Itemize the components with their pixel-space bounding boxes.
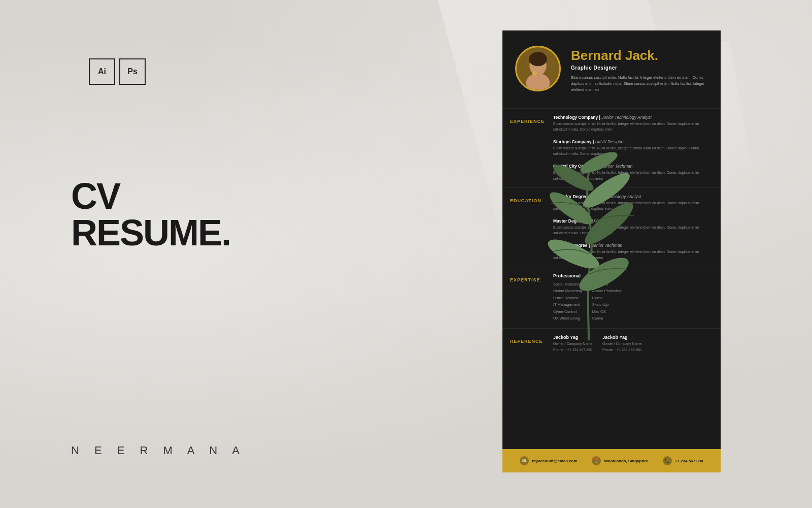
reference-label: REFERENCE (502, 335, 553, 353)
experience-content: Technology Company | Junior Technology A… (553, 115, 721, 181)
photoshop-icon: Ps (119, 58, 146, 85)
skill-it-management: IT Management (553, 301, 582, 308)
education-section: EDUCATION Bachelor Degree | Junior Techn… (502, 187, 721, 267)
ref-name-1: Jackob Yag (553, 335, 592, 340)
expertise-section: EXPERTISE Professional Social Marketing … (502, 267, 721, 328)
footer-phone: 📞 +1 234 567 890 (663, 456, 703, 465)
edu-desc-3: Etiam cursus suscipit enim. Nulla facili… (553, 249, 713, 260)
software-icons: Ai Ps (89, 58, 146, 85)
reference-section: REFERENCE Jackob Yag Owner / Company Nam… (502, 328, 721, 359)
avatar (515, 46, 561, 91)
skill-adobe-photoshop: Adobe Photoshop (592, 288, 623, 295)
resume-card: Bernard Jack. Graphic Designer Etiam cur… (502, 30, 721, 472)
edu-company-1: Bachelor Degree | Junior Technology Anal… (553, 194, 713, 199)
illustrator-icon: Ai (89, 58, 115, 85)
ref-phone-1: Phone :+1 234 567 890 (553, 347, 592, 353)
edu-item-2: Master Degree | Ui/UX Designer Etiam cur… (553, 218, 713, 236)
cv-line: CV (71, 178, 230, 214)
edu-company-3: Aditional Degree | Senior Techman (553, 243, 713, 248)
reference-grid: Jackob Yag Owner / Company Name Phone :+… (553, 335, 713, 353)
footer-phone-text: +1 234 567 890 (675, 459, 703, 463)
edu-company-2: Master Degree | Ui/UX Designer (553, 218, 713, 224)
education-label: EDUCATION (502, 194, 553, 261)
person-title: Graphic Designer (571, 65, 708, 71)
ref-name-2: Jackob Yag (602, 335, 641, 340)
person-name: Bernard Jack. (571, 48, 708, 63)
skill-public-relation: Public Relation (553, 295, 582, 302)
footer-email: ✉ myaccount@email.com (520, 456, 577, 465)
edu-item-1: Bachelor Degree | Junior Technology Anal… (553, 194, 713, 211)
resume-footer: ✉ myaccount@email.com 📍 Woodlands, Singa… (502, 449, 721, 472)
skill-figma: Figma (592, 295, 623, 302)
professional-skills: Social Marketing Online Marketing Public… (553, 281, 582, 322)
person-bio: Etiam cursus suscipit enim. Nulla facili… (571, 75, 708, 93)
email-icon: ✉ (520, 456, 529, 465)
edu-desc-1: Etiam cursus suscipit enim. Nulla facili… (553, 200, 713, 211)
education-content: Bachelor Degree | Junior Technology Anal… (553, 194, 721, 261)
ref-position-1: Owner / Company Name (553, 341, 592, 347)
skill-sketchup: SketchUp (592, 301, 623, 308)
edu-desc-2: Etiam cursus suscipit enim. Nulla facili… (553, 225, 713, 236)
skill-mac-os: Mac OS (592, 308, 623, 315)
footer-location: 📍 Woodlands, Singapore (592, 456, 648, 465)
cv-title: CV RESUME. (71, 178, 230, 251)
exp-desc-3: Etiam cursus suscipit enim. Nulla facili… (553, 170, 713, 181)
brand-name: N E E R M A N A (71, 444, 246, 457)
phone-icon: 📞 (663, 456, 672, 465)
exp-item-1: Technology Company | Junior Technology A… (553, 115, 713, 132)
expertise-content: Professional Social Marketing Online Mar… (553, 273, 721, 322)
edu-item-3: Aditional Degree | Senior Techman Etiam … (553, 243, 713, 260)
experience-label: EXPERIENCE (502, 115, 553, 181)
expertise-grid: Professional Social Marketing Online Mar… (553, 273, 713, 322)
ref-phone-2: Phone :+1 234 567 890 (602, 347, 641, 353)
footer-email-text: myaccount@email.com (532, 459, 577, 463)
resume-body: EXPERIENCE Technology Company | Junior T… (502, 103, 721, 449)
ref-item-1: Jackob Yag Owner / Company Name Phone :+… (553, 335, 592, 353)
ref-position-2: Owner / Company Name (602, 341, 641, 347)
exp-company-2: Startups Company | Ui/UX Designer (553, 139, 713, 144)
exp-company-3: Capital City Company | Senior Techman (553, 164, 713, 169)
exp-company-1: Technology Company | Junior Technology A… (553, 115, 713, 120)
ref-item-2: Jackob Yag Owner / Company Name Phone :+… (602, 335, 641, 353)
expertise-professional: Professional Social Marketing Online Mar… (553, 273, 582, 322)
svg-point-11 (532, 71, 537, 76)
skill-online-marketing: Online Marketing (553, 288, 582, 295)
exp-desc-1: Etiam cursus suscipit enim. Nulla facili… (553, 121, 713, 132)
skill-ux-wireframing: UX Wireframing (553, 315, 582, 322)
skill-ms-word: MS Word (592, 281, 623, 288)
expertise-technical: Technical MS Word Adobe Photoshop Figma … (592, 273, 623, 322)
technical-skills: MS Word Adobe Photoshop Figma SketchUp M… (592, 281, 623, 322)
exp-item-3: Capital City Company | Senior Techman Et… (553, 164, 713, 181)
location-icon: 📍 (592, 456, 601, 465)
expertise-label: EXPERTISE (502, 273, 553, 322)
footer-location-text: Woodlands, Singapore (604, 459, 648, 463)
header-info: Bernard Jack. Graphic Designer Etiam cur… (571, 46, 708, 93)
professional-heading: Professional (553, 273, 582, 278)
technical-heading: Technical (592, 273, 623, 278)
exp-item-2: Startups Company | Ui/UX Designer Etiam … (553, 139, 713, 156)
resume-header: Bernard Jack. Graphic Designer Etiam cur… (502, 30, 721, 103)
skill-cyber-control: Cyber Control (553, 308, 582, 315)
resume-line: RESUME. (71, 214, 230, 251)
skill-canva: Canva (592, 315, 623, 322)
exp-desc-2: Etiam cursus suscipit enim. Nulla facili… (553, 145, 713, 156)
skill-social-marketing: Social Marketing (553, 281, 582, 288)
experience-section: EXPERIENCE Technology Company | Junior T… (502, 108, 721, 187)
reference-content: Jackob Yag Owner / Company Name Phone :+… (553, 335, 721, 353)
